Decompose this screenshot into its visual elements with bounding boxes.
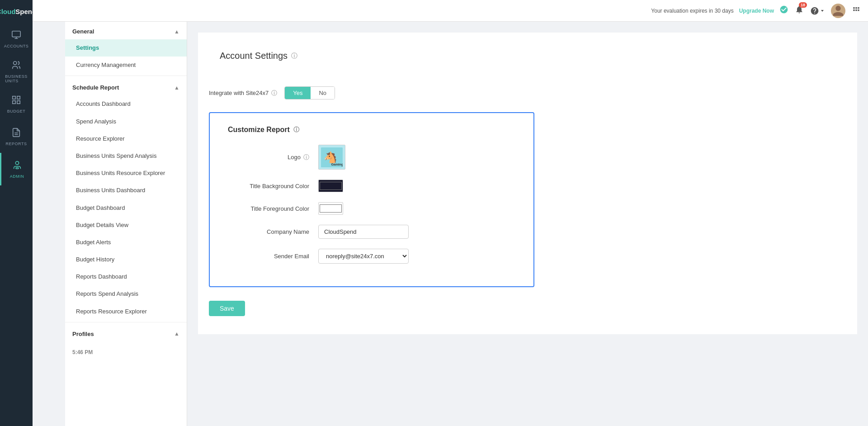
admin-icon <box>12 160 22 172</box>
time-display: 5:46 PM <box>65 342 187 363</box>
nav-bu-label: BUSINESSUNITS <box>5 74 28 83</box>
user-avatar[interactable] <box>831 4 845 18</box>
company-name-input[interactable] <box>318 225 409 239</box>
sidebar-item-reports-spend-analysis[interactable]: Reports Spend Analysis <box>65 285 187 303</box>
svg-text:🐴: 🐴 <box>324 151 337 164</box>
general-chevron-icon: ▲ <box>174 28 179 35</box>
top-header: Your evaluation expires in 30 days Upgra… <box>33 0 868 22</box>
svg-rect-0 <box>12 31 20 37</box>
profiles-chevron-icon: ▲ <box>174 331 179 337</box>
sidebar-item-settings[interactable]: Settings <box>65 39 187 57</box>
customize-title: Customize Report ⓘ <box>228 126 515 134</box>
sidebar-item-budget-details[interactable]: Budget Details View <box>65 217 187 234</box>
sender-email-row: Sender Email noreply@site24x7.con norepl… <box>228 249 515 264</box>
sidebar: General ▲ Settings Currency Management S… <box>65 22 187 426</box>
logo-image: 🐴 Gaming <box>321 147 343 167</box>
svg-rect-9 <box>16 167 19 169</box>
title-bg-color-picker[interactable] <box>318 180 343 192</box>
app-logo: CloudSpend <box>0 0 33 23</box>
customize-report-box: Customize Report ⓘ Logo ⓘ <box>209 112 534 287</box>
profiles-section-header[interactable]: Profiles ▲ <box>65 324 187 342</box>
profiles-section-title: Profiles <box>72 331 94 337</box>
sender-email-select[interactable]: noreply@site24x7.con noreply@site24x7.co… <box>318 249 409 264</box>
check-icon[interactable] <box>779 5 788 16</box>
nav-budget-label: BUDGET <box>7 109 26 114</box>
title-fg-color-picker[interactable] <box>318 202 343 215</box>
nav-item-admin[interactable]: ADMIN <box>0 153 33 185</box>
sidebar-item-currency[interactable]: Currency Management <box>65 57 187 74</box>
main-content: Account Settings ⓘ Integrate with Site24… <box>187 22 868 426</box>
svg-rect-3 <box>17 96 20 99</box>
toggle-no-button[interactable]: No <box>311 87 335 99</box>
page-title-info-icon: ⓘ <box>291 52 297 60</box>
logo-label: Logo ⓘ <box>228 153 309 161</box>
accounts-icon <box>11 30 21 42</box>
svg-rect-5 <box>17 100 20 103</box>
svg-point-8 <box>15 161 19 164</box>
svg-text:Gaming: Gaming <box>331 162 343 166</box>
company-name-label: Company Name <box>228 228 309 235</box>
header-icons: 18 <box>779 4 861 18</box>
integrate-toggle-group: Yes No <box>284 86 335 99</box>
title-bg-value <box>318 180 343 192</box>
logo-value: 🐴 Gaming <box>318 145 345 170</box>
nav-item-accounts[interactable]: ACCOUNTS <box>0 23 33 55</box>
nav-admin-label: ADMIN <box>10 174 24 179</box>
svg-rect-2 <box>13 96 15 99</box>
sidebar-item-bu-dashboard[interactable]: Business Units Dashboard <box>65 182 187 199</box>
integrate-toggle-row: Integrate with Site24x7 ⓘ Yes No <box>209 86 846 99</box>
schedule-section-header[interactable]: Schedule Report ▲ <box>65 78 187 95</box>
business-units-icon <box>11 60 21 72</box>
upgrade-button[interactable]: Upgrade Now <box>739 8 774 14</box>
nav-bar: CloudSpend ACCOUNTS BUSINESSUNITS BUDGET… <box>0 0 33 426</box>
title-bg-label: Title Background Color <box>228 183 309 189</box>
logo-row: Logo ⓘ 🐴 Gaming <box>228 145 515 170</box>
title-fg-row: Title Foreground Color <box>228 202 515 215</box>
company-name-value <box>318 225 409 239</box>
sidebar-item-resource-explorer[interactable]: Resource Explorer <box>65 130 187 147</box>
integrate-info-icon: ⓘ <box>271 89 277 97</box>
sidebar-item-budget-alerts[interactable]: Budget Alerts <box>65 234 187 251</box>
svg-point-1 <box>14 61 17 64</box>
sidebar-item-bu-resource-explorer[interactable]: Business Units Resource Explorer <box>65 165 187 182</box>
sidebar-item-accounts-dashboard[interactable]: Accounts Dashboard <box>65 95 187 113</box>
notification-icon[interactable]: 18 <box>795 5 804 16</box>
title-fg-value <box>318 202 343 215</box>
logo-info-icon: ⓘ <box>303 153 309 161</box>
sidebar-item-bu-spend-analysis[interactable]: Business Units Spend Analysis <box>65 147 187 165</box>
nav-item-budget[interactable]: BUDGET <box>0 88 33 120</box>
title-bg-row: Title Background Color <box>228 180 515 192</box>
logo-upload-box[interactable]: 🐴 Gaming <box>318 145 345 170</box>
page-title: Account Settings ⓘ <box>209 43 846 68</box>
main-wrapper: Your evaluation expires in 30 days Upgra… <box>65 0 868 426</box>
grid-icon[interactable] <box>852 5 861 16</box>
general-section-header[interactable]: General ▲ <box>65 22 187 39</box>
title-fg-label: Title Foreground Color <box>228 205 309 212</box>
reports-icon <box>11 128 21 140</box>
nav-accounts-label: ACCOUNTS <box>4 44 29 48</box>
help-icon[interactable] <box>810 6 825 15</box>
nav-item-reports[interactable]: REPORTS <box>0 120 33 153</box>
nav-reports-label: REPORTS <box>6 142 27 146</box>
content-area: General ▲ Settings Currency Management S… <box>65 22 868 426</box>
svg-rect-4 <box>13 100 15 103</box>
sidebar-item-spend-analysis[interactable]: Spend Analysis <box>65 113 187 130</box>
general-section-title: General <box>72 28 94 35</box>
integrate-label: Integrate with Site24x7 ⓘ <box>209 89 277 97</box>
customize-info-icon: ⓘ <box>293 126 299 134</box>
notification-badge: 18 <box>799 2 807 8</box>
logo-cloud: Cloud <box>0 8 15 15</box>
nav-item-business-units[interactable]: BUSINESSUNITS <box>0 55 33 88</box>
schedule-section-title: Schedule Report <box>72 84 119 91</box>
toggle-yes-button[interactable]: Yes <box>285 87 311 99</box>
sender-email-label: Sender Email <box>228 253 309 260</box>
sidebar-item-budget-history[interactable]: Budget History <box>65 251 187 268</box>
budget-icon <box>11 95 21 107</box>
sidebar-item-budget-dashboard[interactable]: Budget Dashboard <box>65 199 187 217</box>
save-button[interactable]: Save <box>209 301 245 316</box>
sender-email-value: noreply@site24x7.con noreply@site24x7.co… <box>318 249 409 264</box>
sidebar-item-reports-resource-explorer[interactable]: Reports Resource Explorer <box>65 303 187 320</box>
company-name-row: Company Name <box>228 225 515 239</box>
schedule-chevron-icon: ▲ <box>174 85 179 91</box>
sidebar-item-reports-dashboard[interactable]: Reports Dashboard <box>65 268 187 285</box>
